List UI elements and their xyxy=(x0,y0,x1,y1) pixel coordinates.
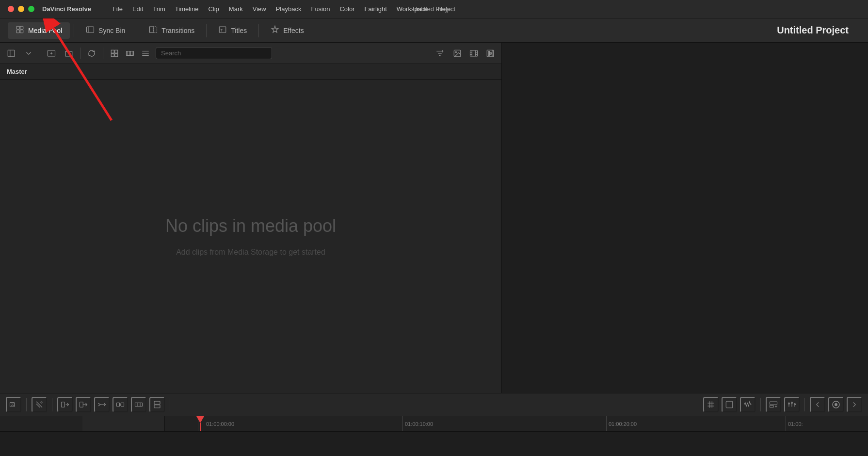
svg-rect-8 xyxy=(150,27,154,33)
next-frame-button[interactable] xyxy=(847,397,862,412)
prev-frame-button[interactable] xyxy=(810,397,825,412)
place-on-top-button[interactable] xyxy=(149,397,165,412)
title-bar: DaVinci Resolve File Edit Trim Timeline … xyxy=(0,0,868,18)
chevron-down-button[interactable] xyxy=(21,46,36,61)
menu-clip[interactable]: Clip xyxy=(208,5,219,13)
svg-line-53 xyxy=(98,403,101,405)
project-title-small: Untitled Project xyxy=(413,5,455,13)
main-area: Master No clips in media pool Add clips … xyxy=(0,43,868,393)
toolbar-sep-2 xyxy=(80,48,80,59)
close-button[interactable] xyxy=(8,6,14,12)
list-view-button[interactable] xyxy=(138,46,153,61)
toolbar-sep-1 xyxy=(40,48,40,59)
timeline-audio-button[interactable] xyxy=(740,397,755,412)
svg-rect-6 xyxy=(87,27,94,33)
menu-file[interactable]: File xyxy=(113,5,123,13)
ruler-mark-2: 01:00:20:00 xyxy=(606,416,637,431)
tl-sep-4 xyxy=(760,398,761,411)
ruler-mark-3: 01:00: xyxy=(786,416,803,431)
razor-button[interactable] xyxy=(32,397,47,412)
media-toolbar xyxy=(0,43,501,64)
window-controls xyxy=(8,6,34,12)
fit-to-fill-button[interactable] xyxy=(131,397,146,412)
menu-edit[interactable]: Edit xyxy=(132,5,143,13)
auto-select-button[interactable]: ZZ xyxy=(6,397,21,412)
titles-icon: T xyxy=(218,25,227,36)
filmstrip-small-button[interactable] xyxy=(466,46,481,61)
tab-transitions[interactable]: Transitions xyxy=(141,22,202,39)
grid-view-button[interactable] xyxy=(107,46,122,61)
maximize-button[interactable] xyxy=(28,6,34,12)
search-bar xyxy=(156,47,430,59)
timeline-ruler-track[interactable]: 01:00:00:00 01:00:10:00 01:00:20:00 01:0… xyxy=(165,416,868,431)
menu-color[interactable]: Color xyxy=(339,5,354,13)
sort-button[interactable] xyxy=(433,46,447,61)
svg-text:ZZ: ZZ xyxy=(11,403,15,407)
view-buttons xyxy=(107,46,153,61)
svg-rect-56 xyxy=(121,403,124,407)
menu-trim[interactable]: Trim xyxy=(153,5,165,13)
refresh-button[interactable] xyxy=(84,46,99,61)
overwrite-button[interactable] xyxy=(76,397,91,412)
svg-rect-34 xyxy=(470,50,478,56)
tab-effects[interactable]: Effects xyxy=(263,22,312,39)
svg-rect-42 xyxy=(488,51,489,55)
timeline-grid-button[interactable] xyxy=(703,397,719,412)
svg-rect-18 xyxy=(115,50,118,53)
new-folder-button[interactable] xyxy=(62,46,76,61)
svg-rect-44 xyxy=(492,50,493,56)
image-view-button[interactable] xyxy=(450,46,465,61)
menu-view[interactable]: View xyxy=(253,5,266,13)
svg-rect-2 xyxy=(16,26,19,29)
svg-rect-68 xyxy=(770,402,777,405)
play-button[interactable] xyxy=(828,397,844,412)
filmstrip-view-button[interactable] xyxy=(123,46,137,61)
svg-rect-20 xyxy=(115,53,118,56)
replace-button[interactable] xyxy=(113,397,128,412)
svg-rect-4 xyxy=(16,30,19,33)
svg-rect-17 xyxy=(111,50,114,53)
tab-separator-4 xyxy=(258,24,259,37)
tab-transitions-label: Transitions xyxy=(161,27,194,34)
media-pool-icon xyxy=(16,25,24,36)
svg-text:T: T xyxy=(221,28,223,32)
empty-pool-area: No clips in media pool Add clips from Me… xyxy=(0,80,501,393)
new-bin-button[interactable] xyxy=(44,46,59,61)
no-clips-message: No clips in media pool xyxy=(165,216,336,236)
right-view-buttons xyxy=(450,46,498,61)
audio-waveform-button[interactable] xyxy=(483,46,498,61)
ruler-time-1: 01:00:10:00 xyxy=(405,421,433,427)
svg-rect-9 xyxy=(153,27,157,33)
mixer-button[interactable] xyxy=(784,397,800,412)
timeline-flags-button[interactable] xyxy=(722,397,737,412)
ruler-time-0: 01:00:00:00 xyxy=(200,421,234,427)
tab-sync-bin[interactable]: Sync Bin xyxy=(78,22,133,39)
svg-rect-67 xyxy=(726,401,733,408)
tab-titles[interactable]: T Titles xyxy=(210,22,255,39)
add-track-button[interactable] xyxy=(766,397,781,412)
search-input[interactable] xyxy=(156,47,272,59)
menu-playback[interactable]: Playback xyxy=(276,5,302,13)
effects-icon xyxy=(271,25,279,36)
insert-button[interactable] xyxy=(57,397,73,412)
svg-rect-51 xyxy=(80,402,83,407)
timeline-toolbar: ZZ xyxy=(0,393,868,416)
menu-fairlight[interactable]: Fairlight xyxy=(365,5,387,13)
app-name-menu[interactable]: DaVinci Resolve xyxy=(42,5,91,13)
tab-sync-bin-label: Sync Bin xyxy=(98,27,125,34)
svg-rect-3 xyxy=(20,26,23,29)
menu-mark[interactable]: Mark xyxy=(229,5,243,13)
svg-point-33 xyxy=(455,51,456,52)
toolbar-tabs: Media Pool Sync Bin Transitions T Titles… xyxy=(0,18,868,43)
svg-rect-62 xyxy=(154,401,160,404)
ripple-overwrite-button[interactable] xyxy=(94,397,110,412)
panel-toggle-button[interactable] xyxy=(4,46,18,61)
minimize-button[interactable] xyxy=(18,6,24,12)
toolbar-sep-3 xyxy=(103,48,103,59)
ruler-time-3: 01:00: xyxy=(788,421,803,427)
menu-fusion[interactable]: Fusion xyxy=(311,5,330,13)
timeline-ruler: 01:00:00:00 01:00:10:00 01:00:20:00 01:0… xyxy=(0,416,868,432)
svg-rect-5 xyxy=(20,30,23,33)
tab-media-pool[interactable]: Media Pool xyxy=(8,22,70,39)
menu-timeline[interactable]: Timeline xyxy=(175,5,199,13)
